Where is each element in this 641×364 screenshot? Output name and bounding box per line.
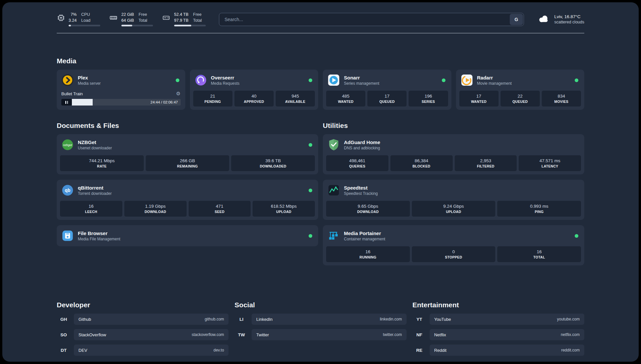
app-card-portainer[interactable]: Media Portainer Container management 16 … xyxy=(323,225,584,265)
app-subtitle: DNS and adblocking xyxy=(344,146,380,150)
app-card-speedtest[interactable]: Speedtest Speedtest Tracking 9.65 Gbps D… xyxy=(323,180,584,220)
gear-icon[interactable]: ⚙ xyxy=(176,91,180,97)
pause-button[interactable] xyxy=(61,99,72,106)
speedtest-icon xyxy=(327,184,340,197)
bookmark-row: NF Netflix netflix.com xyxy=(412,329,584,340)
search-input[interactable] xyxy=(219,13,524,26)
stat-download: 9.65 Gbps DOWNLOAD xyxy=(326,201,410,217)
status-dot-online xyxy=(575,234,578,238)
app-card-radarr[interactable]: Radarr Movie management 17 WANTED 22 QUE… xyxy=(456,70,585,110)
status-dot-online xyxy=(309,78,312,82)
memory-icon xyxy=(109,14,118,22)
memory-total-label: Total xyxy=(138,18,147,23)
cpu-loadavg: 3.24 xyxy=(69,18,76,23)
bookmark-link-twitter[interactable]: Twitter twitter.com xyxy=(252,329,406,340)
overseerr-icon xyxy=(195,74,207,86)
app-subtitle: Speedtest Tracking xyxy=(344,191,378,196)
svg-text:qb: qb xyxy=(65,188,71,193)
bookmark-link-dev[interactable]: DEV dev.to xyxy=(74,345,229,356)
bookmark-link-reddit[interactable]: Reddit reddit.com xyxy=(430,345,584,356)
stat-approved: 40 APPROVED xyxy=(234,91,274,106)
app-name: Sonarr xyxy=(344,75,379,80)
main-content: Media Plex Medi xyxy=(2,57,639,360)
app-name: Media Portainer xyxy=(344,230,385,236)
section-utilities: Utilities AdGuard Home xyxy=(323,122,584,271)
app-card-plex[interactable]: Plex Media server Bullet Train ⚙ xyxy=(57,70,185,110)
section-title-entertainment: Entertainment xyxy=(412,301,584,309)
stat-remaining: 266 GB REMAINING xyxy=(146,155,229,171)
app-name: File Browser xyxy=(78,230,120,236)
cpu-widget: 7% 3.24 CPU Load xyxy=(57,12,100,26)
svg-text:nzbget: nzbget xyxy=(63,143,72,147)
bookmark-abbr: TW xyxy=(234,332,248,337)
app-name: Plex xyxy=(78,75,101,80)
section-title-media: Media xyxy=(57,57,584,65)
section-media: Media Plex Medi xyxy=(57,57,584,110)
disk-total: 97.9 TB xyxy=(174,18,189,23)
bookmark-row: RE Reddit reddit.com xyxy=(412,345,584,356)
bookmark-row: YT YouTube youtube.com xyxy=(412,314,584,325)
memory-total: 64 GiB xyxy=(121,18,134,23)
stat-movies: 834 MOVIES xyxy=(542,91,581,106)
stat-seed: 471 SEED xyxy=(189,201,251,217)
memory-widget: 22 GiB 64 GiB Free Total xyxy=(109,12,153,26)
weather-widget: Lviv, 16.87°C scattered clouds xyxy=(537,14,584,25)
filebrowser-icon xyxy=(61,229,74,242)
bookmark-row: DT DEV dev.to xyxy=(57,345,229,356)
search-bar: G xyxy=(219,13,524,26)
app-card-adguard[interactable]: AdGuard Home DNS and adblocking 498,461 … xyxy=(323,134,584,174)
bookmark-link-netflix[interactable]: Netflix netflix.com xyxy=(430,329,584,340)
header-divider xyxy=(57,33,584,33)
app-subtitle: Media File Management xyxy=(78,237,120,241)
bookmark-link-youtube[interactable]: YouTube youtube.com xyxy=(430,314,584,325)
disk-icon xyxy=(162,14,171,22)
memory-bar xyxy=(121,25,153,26)
plex-now-playing: Bullet Train ⚙ 24:44 / 02:06:47 xyxy=(57,91,185,106)
stat-total: 16 TOTAL xyxy=(497,246,581,262)
bookmark-abbr: DT xyxy=(57,348,71,353)
section-title-documents: Documents & Files xyxy=(57,122,318,130)
app-subtitle: Usenet downloader xyxy=(78,146,112,150)
bookmark-abbr: RE xyxy=(412,348,426,353)
app-card-overseerr[interactable]: Overseerr Media Requests 21 PENDING 40 A… xyxy=(190,70,319,110)
stat-series: 196 SERIES xyxy=(409,91,448,106)
bookmark-abbr: GH xyxy=(57,317,71,322)
memory-free-label: Free xyxy=(138,12,147,17)
stat-filtered: 2,953 FILTERED xyxy=(455,155,517,171)
weather-condition: scattered clouds xyxy=(554,20,584,24)
app-card-sonarr[interactable]: Sonarr Series management 485 WANTED 17 Q… xyxy=(323,70,451,110)
app-card-qbittorrent[interactable]: qb qBittorrent Torrent downloader 16 LEE… xyxy=(57,180,318,220)
adguard-icon xyxy=(327,138,340,151)
playback-progress[interactable]: 24:44 / 02:06:47 xyxy=(61,99,181,106)
stat-queued: 22 QUEUED xyxy=(501,91,540,106)
cpu-label: CPU xyxy=(81,12,90,17)
section-social: Social LI LinkedIn linkedin.com TW Twitt… xyxy=(234,301,406,360)
app-card-nzbget[interactable]: nzbget NZBGet Usenet downloader 744.21 M… xyxy=(57,134,318,174)
status-dot-online xyxy=(309,189,312,192)
stat-running: 16 RUNNING xyxy=(326,246,410,262)
bookmark-abbr: YT xyxy=(412,317,426,322)
app-card-filebrowser[interactable]: File Browser Media File Management xyxy=(57,225,318,246)
bookmark-link-linkedin[interactable]: LinkedIn linkedin.com xyxy=(252,314,406,325)
status-dot-online xyxy=(442,78,445,82)
section-title-social: Social xyxy=(234,301,406,309)
status-dot-online xyxy=(575,78,578,82)
disk-total-label: Total xyxy=(193,18,202,23)
bookmark-row: TW Twitter twitter.com xyxy=(234,329,406,340)
stat-ping: 0.993 ms PING xyxy=(497,201,581,217)
bookmark-link-stackoverflow[interactable]: StackOverflow stackoverflow.com xyxy=(74,329,229,340)
sonarr-icon xyxy=(327,74,340,86)
dashboard: 7% 3.24 CPU Load xyxy=(2,2,639,362)
app-name: Speedtest xyxy=(344,185,378,191)
section-title-developer: Developer xyxy=(57,301,229,309)
disk-free: 52.4 TB xyxy=(174,12,189,17)
status-dot-online xyxy=(176,78,179,82)
header: 7% 3.24 CPU Load xyxy=(2,2,639,26)
search-provider-button[interactable]: G xyxy=(510,14,523,25)
bookmark-row: LI LinkedIn linkedin.com xyxy=(234,314,406,325)
bookmark-link-github[interactable]: Github github.com xyxy=(74,314,229,325)
bookmark-abbr: SO xyxy=(57,332,71,337)
stat-wanted: 17 WANTED xyxy=(459,91,499,106)
cpu-icon xyxy=(57,14,65,22)
qbittorrent-icon: qb xyxy=(61,184,74,197)
